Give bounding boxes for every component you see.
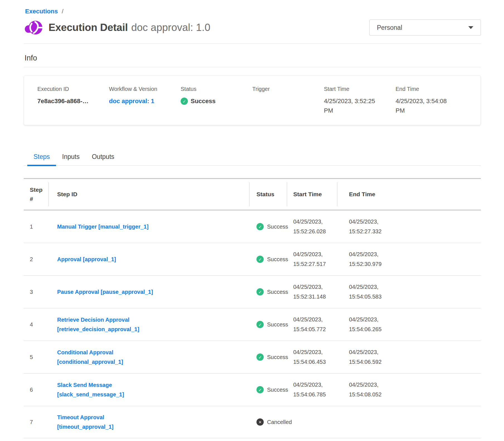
- page-title: Execution Detail: [49, 22, 128, 33]
- tab-steps[interactable]: Steps: [27, 153, 56, 165]
- step-id-link[interactable]: Retrieve Decision Approval [retrieve_dec…: [57, 315, 158, 334]
- step-start-time-cell: 04/25/2023,15:54:05.772: [287, 308, 337, 341]
- info-field-label: Trigger: [252, 86, 324, 92]
- info-field-value[interactable]: doc approval: 1: [109, 96, 165, 106]
- step-start-time-cell: 04/25/2023,15:52:27.517: [287, 243, 337, 275]
- step-id-cell: Timeout Approval [timeout_approval_1]: [49, 406, 249, 438]
- step-id-link[interactable]: Conditional Approval [conditional_approv…: [57, 348, 158, 367]
- scope-dropdown[interactable]: Personal: [369, 20, 481, 36]
- step-id-cell: Approval [approval_1]: [49, 243, 249, 275]
- step-end-time-cell: 04/25/2023,15:52:27.332: [337, 210, 481, 243]
- status-label: Success: [267, 289, 288, 295]
- step-number-cell: 5: [24, 341, 49, 373]
- steps-table-body: 1 Manual Trigger [manual_trigger_1] ✓ Su…: [24, 210, 481, 441]
- column-header-start-time: Start Time: [287, 179, 337, 210]
- success-check-icon: ✓: [256, 256, 264, 263]
- step-status-cell: ✕ Cancelled: [249, 406, 287, 438]
- column-header-end-time: End Time: [337, 179, 481, 210]
- title-divider: [24, 43, 481, 44]
- tab-outputs[interactable]: Outputs: [86, 153, 120, 165]
- execution-info-card: Execution ID7e8ac396-a868-…Workflow & Ve…: [24, 76, 481, 125]
- step-status-cell: ✓ Success: [249, 276, 287, 308]
- step-start-time-cell: 04/25/2023,15:54:06.785: [287, 374, 337, 406]
- step-status-cell: ✕ Cancelled: [249, 438, 287, 441]
- info-field-value: 4/25/2023, 3:52:25 PM: [324, 96, 380, 115]
- breadcrumb-executions-link[interactable]: Executions: [25, 8, 58, 15]
- step-start-time-cell: [287, 406, 337, 438]
- table-row: 4 Retrieve Decision Approval [retrieve_d…: [24, 308, 481, 341]
- step-id-link[interactable]: Approval [approval_1]: [57, 255, 116, 264]
- table-row: 3 Pause Approval [pause_approval_1] ✓ Su…: [24, 276, 481, 308]
- step-number-cell: 6: [24, 374, 49, 406]
- step-status-cell: ✓ Success: [249, 374, 287, 406]
- status-label: Success: [267, 224, 288, 230]
- info-divider: [24, 67, 481, 67]
- info-field-label: Status: [181, 86, 252, 92]
- table-row: 5 Conditional Approval [conditional_appr…: [24, 341, 481, 374]
- step-end-time-cell: 04/25/2023,15:54:08.052: [337, 374, 481, 406]
- info-field-trigger: Trigger: [252, 86, 324, 115]
- table-row: 7 Timeout Approval [timeout_approval_1] …: [24, 406, 481, 438]
- step-id-cell: Retrieve Decision Approval [retrieve_dec…: [49, 308, 249, 341]
- step-status-cell: ✓ Success: [249, 341, 287, 373]
- column-header-status: Status: [249, 179, 287, 210]
- step-id-link[interactable]: Timeout Approval [timeout_approval_1]: [57, 413, 158, 432]
- workflow-execution-icon: [25, 20, 43, 36]
- step-id-cell: Manual Trigger [manual_trigger_1]: [49, 210, 249, 243]
- info-field-value: 4/25/2023, 3:54:08 PM: [396, 96, 451, 115]
- step-end-time-cell: 04/25/2023,15:54:06.265: [337, 308, 481, 341]
- step-id-link[interactable]: Slack Send Message [slack_send_message_1…: [57, 380, 158, 399]
- steps-table-header: Step #Step IDStatusStart TimeEnd Time: [24, 179, 481, 210]
- step-end-time-cell: 04/25/2023,15:52:30.979: [337, 243, 481, 275]
- step-id-cell: Pause Approval [pause_approval_1]: [49, 276, 249, 308]
- step-number-cell: 4: [24, 308, 49, 341]
- info-field-workflow-version: Workflow & Versiondoc approval: 1: [109, 86, 181, 115]
- info-field-value: 7e8ac396-a868-…: [37, 96, 93, 106]
- success-check-icon: ✓: [256, 353, 264, 361]
- status-label: Success: [267, 387, 288, 393]
- info-field-value: ✓Success: [181, 96, 236, 106]
- success-check-icon: ✓: [256, 288, 264, 295]
- step-start-time-cell: 04/25/2023,15:52:31.148: [287, 276, 337, 308]
- execution-detail-page: Executions / Execution Detaildoc approva…: [24, 0, 481, 441]
- step-id-cell: Delete VMs [delete_vms_1]: [49, 438, 249, 441]
- info-field-label: Workflow & Version: [109, 86, 181, 92]
- status-label: Success: [267, 256, 288, 263]
- step-number-cell: 7: [24, 406, 49, 438]
- step-number-cell: 3: [24, 276, 49, 308]
- success-check-icon: ✓: [256, 386, 264, 393]
- step-end-time-cell: 04/25/2023,15:54:06.592: [337, 341, 481, 373]
- step-number-cell: 1: [24, 210, 49, 243]
- step-start-time-cell: 04/25/2023,15:52:26.028: [287, 210, 337, 243]
- info-field-label: Execution ID: [37, 86, 109, 92]
- tabs: StepsInputsOutputs: [24, 153, 481, 166]
- step-id-link[interactable]: Manual Trigger [manual_trigger_1]: [57, 222, 149, 231]
- step-status-cell: ✓ Success: [249, 308, 287, 341]
- page-subtitle: doc approval: 1.0: [131, 22, 210, 33]
- title-row: Execution Detaildoc approval: 1.0 Person…: [24, 20, 481, 36]
- cancelled-x-icon: ✕: [256, 418, 264, 426]
- success-check-icon: ✓: [256, 223, 264, 230]
- breadcrumb-separator: /: [62, 8, 63, 15]
- step-number-cell: 8: [24, 438, 49, 441]
- step-start-time-cell: [287, 438, 337, 441]
- tab-inputs[interactable]: Inputs: [56, 153, 86, 165]
- step-status-cell: ✓ Success: [249, 210, 287, 243]
- status-label: Success: [267, 321, 288, 328]
- step-end-time-cell: [337, 406, 481, 438]
- table-row: 6 Slack Send Message [slack_send_message…: [24, 374, 481, 406]
- info-field-start-time: Start Time4/25/2023, 3:52:25 PM: [324, 86, 396, 115]
- steps-table: Step #Step IDStatusStart TimeEnd Time 1 …: [24, 178, 481, 441]
- step-id-link[interactable]: Pause Approval [pause_approval_1]: [57, 287, 153, 297]
- step-start-time-cell: 04/25/2023,15:54:06.453: [287, 341, 337, 373]
- chevron-down-icon: [468, 26, 473, 29]
- scope-dropdown-value: Personal: [377, 24, 402, 32]
- info-field-end-time: End Time4/25/2023, 3:54:08 PM: [396, 86, 467, 115]
- table-row: 8 Delete VMs [delete_vms_1] ✕ Cancelled: [24, 438, 481, 441]
- step-end-time-cell: 04/25/2023,15:54:05.583: [337, 276, 481, 308]
- breadcrumb: Executions /: [25, 8, 481, 15]
- info-field-label: End Time: [396, 86, 467, 92]
- step-end-time-cell: [337, 438, 481, 441]
- step-id-cell: Conditional Approval [conditional_approv…: [49, 341, 249, 373]
- step-id-cell: Slack Send Message [slack_send_message_1…: [49, 374, 249, 406]
